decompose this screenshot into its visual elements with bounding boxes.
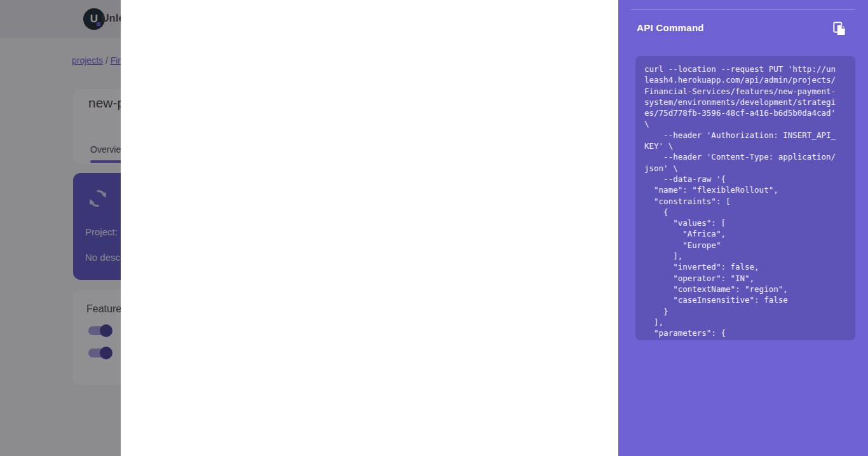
copy-button[interactable] <box>829 18 850 40</box>
copy-icon <box>831 20 848 37</box>
api-command-title: API Command <box>637 22 704 33</box>
panel-divider <box>631 9 855 10</box>
api-command-code: curl --location --request PUT 'http://un… <box>635 56 855 340</box>
curl-command: curl --location --request PUT 'http://un… <box>644 64 846 338</box>
strategy-modal <box>121 0 618 456</box>
modal-backdrop[interactable] <box>0 0 121 456</box>
